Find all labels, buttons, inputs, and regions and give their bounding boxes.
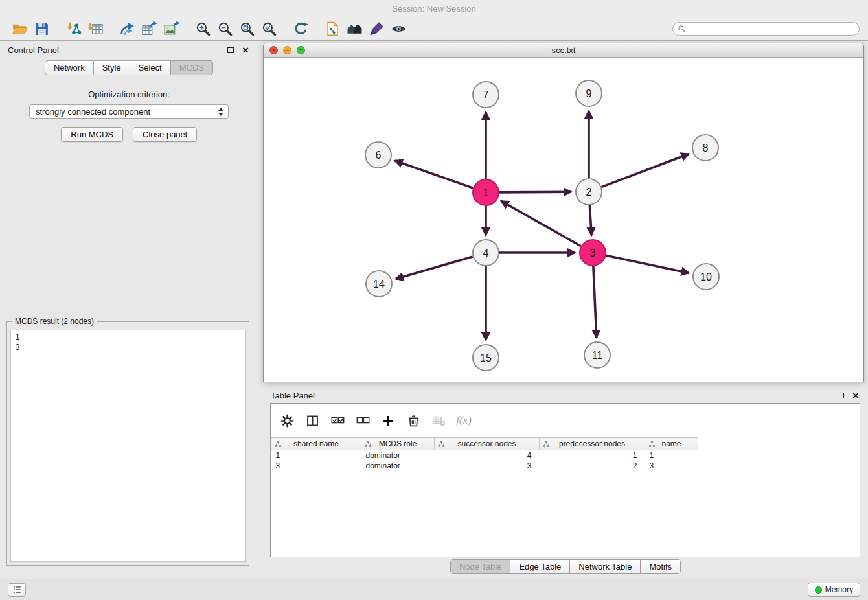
- memory-status-icon: [815, 586, 822, 594]
- zoom-in-button[interactable]: [192, 19, 214, 38]
- float-panel-icon[interactable]: [227, 47, 234, 53]
- save-session-icon: [34, 21, 50, 37]
- node-label: 7: [483, 89, 489, 100]
- save-session-button[interactable]: [30, 19, 52, 38]
- column-header-name[interactable]: name: [645, 438, 698, 450]
- mcds-result-line: 3: [16, 342, 240, 352]
- node-14[interactable]: 14: [366, 271, 392, 297]
- zoom-fit-content-button[interactable]: [236, 19, 258, 38]
- tab-network[interactable]: Network: [45, 60, 94, 75]
- node-6[interactable]: 6: [365, 142, 391, 168]
- clone-network-button[interactable]: [321, 19, 343, 38]
- title-bar: Session: New Session: [0, 0, 868, 17]
- edge-1-2[interactable]: [499, 192, 571, 192]
- node-15[interactable]: 15: [473, 345, 499, 371]
- column-header-MCDS-role[interactable]: MCDS role: [361, 438, 435, 450]
- selected-option: strongly connected component: [36, 107, 150, 117]
- minimize-window-icon[interactable]: [283, 46, 291, 54]
- node-label: 6: [376, 150, 382, 161]
- table-row[interactable]: 1dominator411: [271, 450, 698, 461]
- edge-4-14[interactable]: [396, 257, 473, 279]
- import-network-from-file-button[interactable]: [62, 19, 84, 38]
- export-network-button[interactable]: [116, 19, 138, 38]
- table-cell[interactable]: 4: [435, 450, 540, 461]
- node-9[interactable]: 9: [576, 80, 602, 106]
- import-table-from-file-button[interactable]: [84, 19, 106, 38]
- edge-3-11[interactable]: [593, 266, 597, 338]
- show-hide-panel-button[interactable]: [387, 19, 409, 38]
- export-image-button[interactable]: [160, 19, 182, 38]
- close-table-panel-icon[interactable]: [852, 390, 859, 401]
- table-tab-network-table[interactable]: Network Table: [570, 559, 641, 574]
- column-header-shared-name[interactable]: shared name: [271, 438, 361, 450]
- close-window-icon[interactable]: [269, 46, 278, 54]
- node-label: 2: [586, 187, 592, 198]
- create-column-button[interactable]: [380, 412, 396, 429]
- node-4[interactable]: 4: [473, 240, 499, 266]
- search-input[interactable]: [689, 24, 854, 34]
- table-cell[interactable]: 1: [645, 450, 698, 461]
- tab-style[interactable]: Style: [94, 60, 130, 75]
- close-panel-button[interactable]: Close panel: [133, 127, 197, 142]
- table-cell[interactable]: dominator: [361, 461, 435, 471]
- search-box[interactable]: [672, 22, 860, 36]
- column-header-predecessor-nodes[interactable]: predecessor nodes: [540, 438, 645, 450]
- mcds-result-title: MCDS result (2 nodes): [12, 317, 97, 326]
- table-cell[interactable]: 3: [271, 461, 361, 471]
- node-10[interactable]: 10: [693, 264, 719, 290]
- node-11[interactable]: 11: [584, 342, 610, 368]
- delete-table-button: [430, 412, 447, 429]
- table-tab-edge-table[interactable]: Edge Table: [510, 559, 570, 574]
- node-7[interactable]: 7: [473, 82, 499, 108]
- tab-mcds[interactable]: MCDS: [171, 60, 213, 75]
- optimization-criterion-select[interactable]: strongly connected component: [29, 104, 229, 119]
- table-cell[interactable]: 3: [645, 461, 698, 471]
- select-all-rows-button[interactable]: [329, 412, 346, 429]
- open-session-button[interactable]: [8, 19, 30, 38]
- table-cell[interactable]: 1: [540, 450, 645, 461]
- table-row[interactable]: 3dominator323: [271, 461, 698, 471]
- close-panel-icon[interactable]: [242, 45, 249, 56]
- table-options-button[interactable]: [279, 412, 295, 429]
- edge-2-3[interactable]: [589, 205, 591, 235]
- panel-menu-button[interactable]: [8, 583, 26, 597]
- table-tab-motifs[interactable]: Motifs: [641, 559, 681, 574]
- network-window-titlebar[interactable]: scc.txt: [264, 43, 863, 58]
- table-cell[interactable]: 2: [540, 461, 645, 471]
- export-table-button[interactable]: [138, 19, 160, 38]
- network-graph[interactable]: 7968124314101511: [264, 58, 863, 382]
- deselect-all-rows-button[interactable]: [354, 412, 371, 429]
- node-3[interactable]: 3: [580, 240, 606, 266]
- float-table-panel-icon[interactable]: [838, 393, 844, 398]
- zoom-selected-region-button[interactable]: [258, 19, 280, 38]
- import-table-from-file-icon: [87, 21, 104, 37]
- column-header-successor-nodes[interactable]: successor nodes: [435, 438, 540, 450]
- delete-columns-button[interactable]: [405, 412, 422, 429]
- table-tabs: Node TableEdge TableNetwork TableMotifs: [263, 559, 868, 574]
- table-cell[interactable]: 3: [435, 461, 540, 471]
- zoom-out-button[interactable]: [214, 19, 236, 38]
- memory-label: Memory: [825, 585, 853, 594]
- maximize-window-icon[interactable]: [297, 46, 305, 54]
- network-canvas[interactable]: 7968124314101511: [264, 58, 863, 382]
- run-mcds-button[interactable]: Run MCDS: [61, 127, 123, 142]
- show-hide-columns-button[interactable]: [304, 412, 321, 429]
- edge-3-1[interactable]: [501, 201, 581, 246]
- export-image-icon: [163, 21, 179, 37]
- node-1[interactable]: 1: [473, 179, 499, 205]
- visual-style-button[interactable]: [365, 19, 387, 38]
- refresh-network-view-button[interactable]: [290, 19, 312, 38]
- deselect-all-rows-icon: [356, 414, 370, 428]
- node-2[interactable]: 2: [576, 179, 602, 205]
- edge-2-8[interactable]: [602, 154, 689, 187]
- edge-1-6[interactable]: [395, 161, 474, 188]
- tab-select[interactable]: Select: [130, 60, 171, 75]
- table-tab-node-table[interactable]: Node Table: [450, 559, 511, 574]
- memory-button[interactable]: Memory: [808, 583, 860, 597]
- node-8[interactable]: 8: [692, 135, 718, 161]
- table-cell[interactable]: 1: [271, 450, 361, 461]
- table-cell[interactable]: dominator: [361, 450, 435, 461]
- zoom-out-icon: [217, 21, 233, 37]
- edge-3-10[interactable]: [606, 255, 689, 273]
- first-neighbors-button[interactable]: [343, 19, 365, 38]
